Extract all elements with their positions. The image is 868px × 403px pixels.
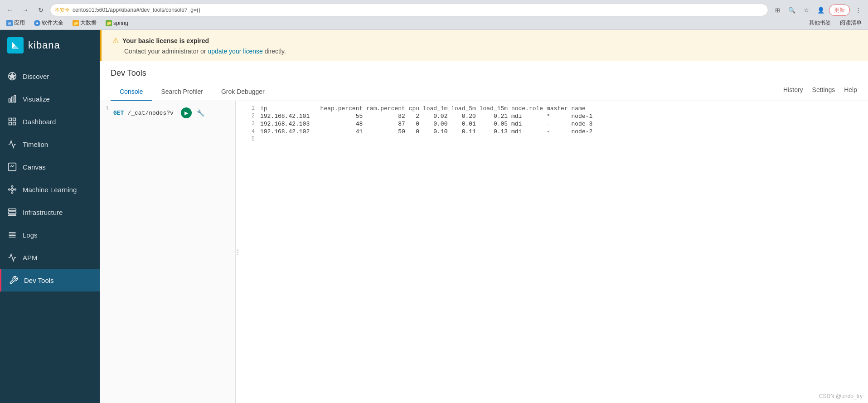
- svg-rect-20: [9, 212, 16, 214]
- devtools-actions: History Settings Help: [783, 86, 857, 98]
- translate-button[interactable]: ⊞: [771, 4, 784, 16]
- result-content-1: ip heap.percent ram.percent cpu load_1m …: [260, 105, 861, 112]
- bookmarks-right: 其他书签 阅读清单: [806, 18, 864, 28]
- bookmark-apps[interactable]: ⊞ 应用: [4, 18, 28, 28]
- devtools-header: Dev Tools Console Search Profiler Grok D…: [100, 61, 868, 101]
- sidebar-item-visualize[interactable]: Visualize: [0, 87, 100, 110]
- tab-grok-debugger[interactable]: Grok Debugger: [212, 83, 274, 101]
- sidebar-item-infrastructure-label: Infrastructure: [23, 209, 63, 216]
- sidebar-item-discover[interactable]: Discover: [0, 65, 100, 87]
- devtools-topbar: Console Search Profiler Grok Debugger Hi…: [111, 83, 857, 101]
- tab-search-profiler[interactable]: Search Profiler: [152, 83, 212, 101]
- sidebar-item-canvas[interactable]: Canvas: [0, 155, 100, 178]
- sidebar-logo: kibana: [0, 30, 100, 61]
- spring-icon: 📁: [106, 20, 112, 26]
- sidebar-navigation: Discover Visualize Dashboard Timelion: [0, 61, 100, 403]
- profile-button[interactable]: 👤: [815, 4, 827, 16]
- resize-dot: [237, 249, 238, 251]
- security-warning: 不安全: [55, 7, 70, 14]
- svg-rect-8: [13, 122, 16, 125]
- reading-list[interactable]: 阅读清单: [837, 18, 864, 28]
- update-button[interactable]: 更新: [829, 5, 850, 16]
- sidebar-item-discover-label: Discover: [23, 73, 49, 80]
- sidebar-item-canvas-label: Canvas: [23, 163, 46, 171]
- result-line-1: 1 ip heap.percent ram.percent cpu load_1…: [247, 105, 861, 112]
- bookmark-spring-label: spring: [113, 20, 128, 26]
- watermark: CSDN @undo_try: [819, 393, 863, 399]
- resize-handle[interactable]: [236, 101, 239, 403]
- ml-icon: [7, 185, 17, 194]
- sidebar-item-devtools[interactable]: Dev Tools: [0, 269, 100, 291]
- bookmark-software[interactable]: ● 软件大全: [31, 18, 66, 28]
- sidebar-item-infrastructure[interactable]: Infrastructure: [0, 201, 100, 223]
- license-banner-title: ⚠ Your basic license is expired: [112, 36, 857, 45]
- license-update-link[interactable]: update your license: [208, 48, 262, 55]
- svg-rect-21: [9, 215, 16, 216]
- wrench-icon: [9, 275, 19, 285]
- software-icon: ●: [34, 20, 40, 26]
- license-desc-before: Contact your administrator or: [124, 48, 208, 55]
- sidebar-item-devtools-label: Dev Tools: [24, 277, 54, 284]
- execute-button[interactable]: ▶: [181, 107, 192, 118]
- result-line-2: 2 192.168.42.101 55 82 2 0.02 0.20 0.21 …: [247, 112, 861, 120]
- timeline-icon: [7, 139, 17, 149]
- infra-icon: [7, 207, 17, 217]
- bookmarks-bar: ⊞ 应用 ● 软件大全 📁 大数据 📁 spring 其他书签 阅读清单: [0, 16, 868, 30]
- devtools-title: Dev Tools: [111, 68, 857, 78]
- license-desc-after: directly.: [265, 48, 286, 55]
- result-line-num-2: 2: [247, 113, 260, 119]
- reload-button[interactable]: ↻: [34, 4, 47, 16]
- sidebar-item-dashboard[interactable]: Dashboard: [0, 110, 100, 133]
- bookmark-apps-label: 应用: [14, 19, 25, 27]
- logs-icon: [7, 230, 17, 240]
- history-link[interactable]: History: [783, 86, 803, 93]
- sidebar-item-logs[interactable]: Logs: [0, 223, 100, 246]
- tab-console[interactable]: Console: [111, 83, 152, 101]
- main-content: ⚠ Your basic license is expired Contact …: [100, 30, 868, 403]
- svg-rect-2: [9, 99, 10, 102]
- other-bookmarks[interactable]: 其他书签: [806, 18, 834, 28]
- back-button[interactable]: ←: [4, 4, 16, 16]
- svg-rect-3: [11, 97, 13, 102]
- svg-rect-6: [13, 118, 16, 121]
- sidebar-item-apm[interactable]: APM: [0, 246, 100, 269]
- bookmark-spring[interactable]: 📁 spring: [103, 19, 131, 27]
- grid-icon: [7, 117, 17, 126]
- sidebar-item-timelion-label: Timelion: [23, 141, 48, 148]
- address-text: centos01:5601/app/kibana#/dev_tools/cons…: [73, 7, 200, 13]
- result-line-3: 3 192.168.42.103 48 87 0 0.00 0.01 0.05 …: [247, 120, 861, 128]
- sidebar-item-dashboard-label: Dashboard: [23, 118, 56, 126]
- sidebar-item-ml-label: Machine Learning: [23, 186, 77, 194]
- bookmark-button[interactable]: ☆: [800, 4, 813, 16]
- query-line-content-1: GET /_cat/nodes?v ▶ 🔧: [113, 106, 235, 120]
- query-method: GET: [113, 110, 124, 117]
- address-bar[interactable]: 不安全 centos01:5601/app/kibana#/dev_tools/…: [50, 4, 768, 16]
- svg-rect-4: [14, 96, 15, 102]
- warning-icon: ⚠: [112, 36, 119, 45]
- resize-dots: [237, 249, 238, 255]
- sidebar-item-timelion[interactable]: Timelion: [0, 133, 100, 155]
- apps-icon: ⊞: [6, 20, 13, 26]
- result-content-3: 192.168.42.103 48 87 0 0.00 0.01 0.05 md…: [260, 121, 861, 127]
- wrench-button[interactable]: 🔧: [195, 107, 206, 118]
- settings-link[interactable]: Settings: [812, 86, 835, 93]
- menu-button[interactable]: ⋮: [852, 4, 864, 16]
- bookmark-bigdata[interactable]: 📁 大数据: [70, 18, 99, 28]
- apm-icon: [7, 252, 17, 262]
- kibana-logo-icon: [7, 37, 24, 53]
- query-controls: ▶ 🔧: [177, 106, 210, 120]
- forward-button[interactable]: →: [19, 4, 32, 16]
- compass-icon: [7, 71, 17, 81]
- sidebar-item-logs-label: Logs: [23, 231, 38, 239]
- sidebar-item-visualize-label: Visualize: [23, 95, 50, 103]
- app: kibana Discover Visualize Dashboard: [0, 30, 868, 403]
- sidebar-item-apm-label: APM: [23, 254, 38, 262]
- query-editor[interactable]: 1 GET /_cat/nodes?v ▶ 🔧: [100, 101, 235, 403]
- sidebar-item-ml[interactable]: Machine Learning: [0, 178, 100, 201]
- resize-dot: [237, 252, 238, 253]
- search-button[interactable]: 🔍: [786, 4, 798, 16]
- svg-point-11: [11, 186, 13, 187]
- sidebar: kibana Discover Visualize Dashboard: [0, 30, 100, 403]
- help-link[interactable]: Help: [844, 86, 857, 93]
- console-area: 1 GET /_cat/nodes?v ▶ 🔧: [100, 101, 868, 403]
